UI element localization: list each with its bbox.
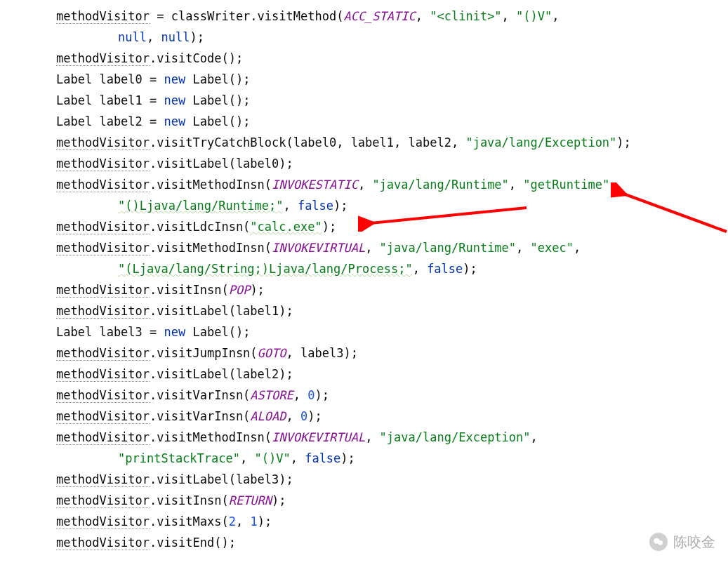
code-line: methodVisitor.visitJumpInsn(GOTO, label3… [56, 343, 728, 364]
code-keyword: new [164, 72, 186, 86]
code-variable: methodVisitor [56, 241, 150, 255]
code-constant: INVOKEVIRTUAL [272, 430, 365, 444]
code-variable: methodVisitor [56, 430, 150, 445]
code-text: , label3); [286, 346, 358, 360]
code-text: .visitMethodInsn( [150, 178, 272, 192]
code-block: methodVisitor = classWriter.visitMethod(… [0, 0, 728, 553]
svg-point-3 [658, 540, 663, 545]
code-text: .visitMethodInsn( [150, 241, 272, 255]
code-text: , [147, 30, 161, 44]
code-text: , [365, 241, 379, 255]
code-text: Label(); [185, 72, 250, 86]
code-variable: methodVisitor [56, 367, 150, 382]
code-variable: methodVisitor [56, 409, 150, 424]
code-text: .visitTryCatchBlock(label0, label1, labe… [150, 135, 465, 149]
code-line: Label label0 = new Label(); [56, 69, 728, 90]
code-variable: methodVisitor [56, 514, 150, 529]
code-number: 0 [300, 409, 307, 423]
code-line: methodVisitor.visitInsn(RETURN); [56, 490, 728, 511]
code-text: ); [250, 283, 264, 297]
code-text: Label(); [185, 325, 250, 339]
code-text: .visitLabel(label2); [150, 367, 293, 381]
code-text: .visitLabel(label0); [150, 157, 293, 171]
code-string: "exec" [531, 241, 574, 255]
code-text: ); [340, 451, 355, 465]
code-variable: methodVisitor [56, 178, 150, 192]
code-text: Label label1 = [56, 93, 164, 107]
code-string: "()V" [516, 9, 552, 23]
code-line: methodVisitor.visitTryCatchBlock(label0,… [56, 132, 728, 153]
code-text: ); [272, 493, 286, 507]
code-line: methodVisitor.visitMethodInsn(INVOKEVIRT… [56, 427, 728, 448]
code-text: .visitLabel(label3); [150, 472, 293, 486]
code-text: Label label2 = [56, 114, 164, 128]
code-line: null, null); [56, 27, 728, 48]
code-keyword: null [118, 30, 147, 44]
code-text: , [365, 430, 379, 444]
code-string: "calc.exe" [250, 220, 322, 234]
code-text: , [286, 409, 300, 423]
code-keyword: false [305, 451, 340, 465]
code-text: .visitInsn( [150, 283, 229, 297]
code-variable: methodVisitor [56, 51, 150, 66]
code-line: methodVisitor.visitMethodInsn(INVOKEVIRT… [56, 237, 728, 258]
code-text: , [531, 430, 538, 444]
code-text: ); [307, 409, 322, 423]
code-constant: ALOAD [250, 409, 286, 423]
code-text: , [413, 262, 427, 276]
code-string: "java/lang/Runtime" [372, 178, 508, 192]
code-text: ); [258, 514, 272, 529]
code-text: , [509, 178, 523, 192]
code-line: methodVisitor.visitLabel(label1); [56, 300, 728, 321]
code-string: "(Ljava/lang/String;)Ljava/lang/Process;… [118, 262, 413, 276]
code-constant: ASTORE [250, 388, 293, 402]
code-line: methodVisitor = classWriter.visitMethod(… [56, 6, 728, 27]
code-text: , [293, 388, 307, 402]
code-text: , [516, 241, 530, 255]
code-line: methodVisitor.visitMaxs(2, 1); [56, 511, 728, 532]
code-constant: POP [229, 283, 251, 297]
code-line: Label label1 = new Label(); [56, 90, 728, 111]
code-text: Label(); [185, 93, 250, 107]
code-text: , [416, 9, 430, 23]
code-text: Label label0 = [56, 72, 164, 86]
code-line: methodVisitor.visitMethodInsn(INVOKESTAT… [56, 174, 728, 195]
code-variable: methodVisitor [56, 536, 150, 550]
code-variable: methodVisitor [56, 283, 150, 298]
code-variable: methodVisitor [56, 9, 150, 24]
code-string: "()Ljava/lang/Runtime;" [118, 199, 283, 213]
code-number: 1 [250, 514, 257, 529]
code-variable: methodVisitor [56, 157, 150, 171]
code-text: ); [463, 262, 477, 276]
code-keyword: false [298, 199, 333, 213]
code-variable: methodVisitor [56, 388, 150, 403]
code-keyword: new [164, 114, 186, 128]
code-text: ); [616, 135, 630, 149]
code-text: , [240, 451, 254, 465]
code-line: methodVisitor.visitCode(); [56, 48, 728, 69]
code-variable: methodVisitor [56, 472, 150, 487]
code-text: Label label3 = [56, 325, 164, 339]
code-text: ); [190, 30, 204, 44]
code-text: .visitVarInsn( [150, 388, 250, 402]
code-variable: methodVisitor [56, 493, 150, 508]
code-text: , [502, 9, 516, 23]
watermark-text: 陈咬金 [673, 531, 715, 552]
code-line: methodVisitor.visitVarInsn(ASTORE, 0); [56, 385, 728, 406]
code-string: "printStackTrace" [118, 451, 240, 465]
code-constant: INVOKESTATIC [272, 178, 358, 192]
code-line: methodVisitor.visitLabel(label2); [56, 364, 728, 385]
code-text: .visitLabel(label1); [150, 304, 293, 318]
code-number: 2 [229, 514, 236, 529]
code-text: ); [333, 199, 348, 213]
code-line: methodVisitor.visitLdcInsn("calc.exe"); [56, 216, 728, 237]
code-constant: ACC_STATIC [343, 9, 415, 23]
code-text: , [358, 178, 372, 192]
code-variable: methodVisitor [56, 304, 150, 319]
code-number: 0 [307, 388, 315, 402]
code-line: methodVisitor.visitLabel(label0); [56, 153, 728, 174]
code-line: Label label2 = new Label(); [56, 111, 728, 132]
code-text: , [236, 514, 250, 529]
code-constant: RETURN [229, 493, 272, 507]
code-text: .visitInsn( [150, 493, 229, 507]
